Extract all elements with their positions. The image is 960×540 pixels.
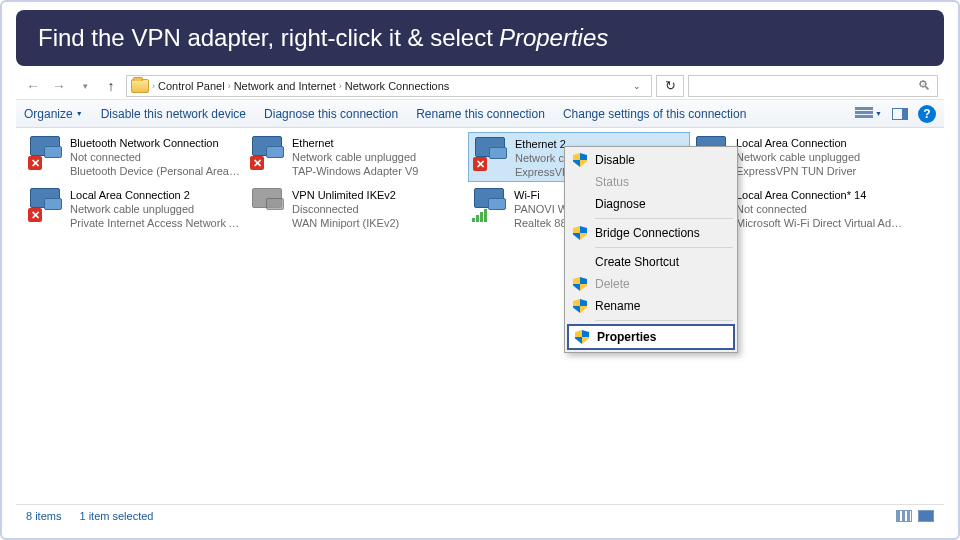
organize-menu[interactable]: Organize▼ bbox=[24, 107, 83, 121]
connection-device: ExpressVPN TUN Driver bbox=[736, 164, 860, 178]
network-adapter-icon bbox=[472, 188, 508, 224]
ctx-bridge[interactable]: Bridge Connections bbox=[567, 222, 735, 244]
crumb-control-panel[interactable]: Control Panel bbox=[158, 80, 225, 92]
network-adapter-icon: ✕ bbox=[250, 136, 286, 172]
item-count: 8 items bbox=[26, 510, 61, 522]
ctx-diagnose[interactable]: Diagnose bbox=[567, 193, 735, 215]
connection-status: Not connected bbox=[736, 202, 906, 216]
address-dropdown[interactable]: ⌄ bbox=[627, 81, 647, 91]
connection-item[interactable]: ✕EthernetNetwork cable unpluggedTAP-Wind… bbox=[246, 132, 468, 182]
address-bar: ← → ▾ ↑ › Control Panel › Network and In… bbox=[16, 72, 944, 100]
network-adapter-icon bbox=[250, 188, 286, 224]
connection-name: Ethernet bbox=[292, 136, 418, 150]
details-view-button[interactable] bbox=[918, 510, 934, 522]
view-menu[interactable]: ▼ bbox=[855, 107, 882, 121]
connection-name: Bluetooth Network Connection bbox=[70, 136, 240, 150]
ctx-rename[interactable]: Rename bbox=[567, 295, 735, 317]
disable-device-button[interactable]: Disable this network device bbox=[101, 107, 246, 121]
connection-device: WAN Miniport (IKEv2) bbox=[292, 216, 399, 230]
folder-icon bbox=[131, 79, 149, 93]
chevron-down-icon: ▼ bbox=[76, 110, 83, 117]
connection-status: Not connected bbox=[70, 150, 240, 164]
content-area: ✕Bluetooth Network ConnectionNot connect… bbox=[16, 128, 944, 504]
connection-item[interactable]: ✕Local Area Connection 2Network cable un… bbox=[24, 184, 246, 234]
error-x-icon: ✕ bbox=[28, 156, 42, 170]
separator bbox=[595, 247, 733, 248]
chevron-right-icon: › bbox=[339, 81, 342, 91]
back-button[interactable]: ← bbox=[22, 75, 44, 97]
ctx-disable[interactable]: Disable bbox=[567, 149, 735, 171]
connection-name: Local Area Connection* 14 bbox=[736, 188, 906, 202]
error-x-icon: ✕ bbox=[473, 157, 487, 171]
banner-emphasis: Properties bbox=[499, 24, 608, 52]
connection-item[interactable]: ✕Bluetooth Network ConnectionNot connect… bbox=[24, 132, 246, 182]
search-input[interactable]: 🔍︎ bbox=[688, 75, 938, 97]
connection-device: Bluetooth Device (Personal Area ... bbox=[70, 164, 240, 178]
preview-pane-button[interactable] bbox=[892, 108, 908, 120]
shield-icon bbox=[573, 299, 587, 313]
status-bar: 8 items 1 item selected bbox=[16, 504, 944, 526]
separator bbox=[595, 320, 733, 321]
connection-name: Local Area Connection bbox=[736, 136, 860, 150]
separator bbox=[595, 218, 733, 219]
search-icon: 🔍︎ bbox=[918, 78, 931, 93]
network-adapter-icon: ✕ bbox=[473, 137, 509, 173]
up-button[interactable]: ↑ bbox=[100, 75, 122, 97]
error-x-icon: ✕ bbox=[250, 156, 264, 170]
refresh-button[interactable]: ↻ bbox=[656, 75, 684, 97]
connection-device: TAP-Windows Adapter V9 bbox=[292, 164, 418, 178]
connection-device: Private Internet Access Network A... bbox=[70, 216, 240, 230]
banner-text: Find the VPN adapter, right-click it & s… bbox=[38, 24, 493, 52]
crumb-network-internet[interactable]: Network and Internet bbox=[234, 80, 336, 92]
change-settings-button[interactable]: Change settings of this connection bbox=[563, 107, 746, 121]
shield-icon bbox=[575, 330, 589, 344]
shield-icon bbox=[573, 226, 587, 240]
ctx-shortcut[interactable]: Create Shortcut bbox=[567, 251, 735, 273]
shield-icon bbox=[573, 277, 587, 291]
recent-dropdown[interactable]: ▾ bbox=[74, 75, 96, 97]
network-adapter-icon: ✕ bbox=[28, 188, 64, 224]
forward-button[interactable]: → bbox=[48, 75, 70, 97]
breadcrumb[interactable]: › Control Panel › Network and Internet ›… bbox=[126, 75, 652, 97]
context-menu: Disable Status Diagnose Bridge Connectio… bbox=[564, 146, 738, 353]
diagnose-button[interactable]: Diagnose this connection bbox=[264, 107, 398, 121]
connection-device: Microsoft Wi-Fi Direct Virtual Ada... bbox=[736, 216, 906, 230]
ctx-properties[interactable]: Properties bbox=[567, 324, 735, 350]
network-adapter-icon: ✕ bbox=[28, 136, 64, 172]
connection-item[interactable]: VPN Unlimited IKEv2DisconnectedWAN Minip… bbox=[246, 184, 468, 234]
connection-name: Local Area Connection 2 bbox=[70, 188, 240, 202]
instruction-banner: Find the VPN adapter, right-click it & s… bbox=[16, 10, 944, 66]
chevron-right-icon: › bbox=[228, 81, 231, 91]
connection-name: VPN Unlimited IKEv2 bbox=[292, 188, 399, 202]
selection-count: 1 item selected bbox=[79, 510, 153, 522]
crumb-network-connections[interactable]: Network Connections bbox=[345, 80, 450, 92]
error-x-icon: ✕ bbox=[28, 208, 42, 222]
command-bar: Organize▼ Disable this network device Di… bbox=[16, 100, 944, 128]
chevron-right-icon: › bbox=[152, 81, 155, 91]
explorer-window: ← → ▾ ↑ › Control Panel › Network and In… bbox=[16, 72, 944, 526]
connection-status: Network cable unplugged bbox=[70, 202, 240, 216]
connection-status: Network cable unplugged bbox=[292, 150, 418, 164]
shield-icon bbox=[573, 153, 587, 167]
ctx-status: Status bbox=[567, 171, 735, 193]
connection-status: Disconnected bbox=[292, 202, 399, 216]
help-icon[interactable]: ? bbox=[918, 105, 936, 123]
connection-status: Network cable unplugged bbox=[736, 150, 860, 164]
ctx-delete: Delete bbox=[567, 273, 735, 295]
tiles-view-button[interactable] bbox=[896, 510, 912, 522]
rename-button[interactable]: Rename this connection bbox=[416, 107, 545, 121]
